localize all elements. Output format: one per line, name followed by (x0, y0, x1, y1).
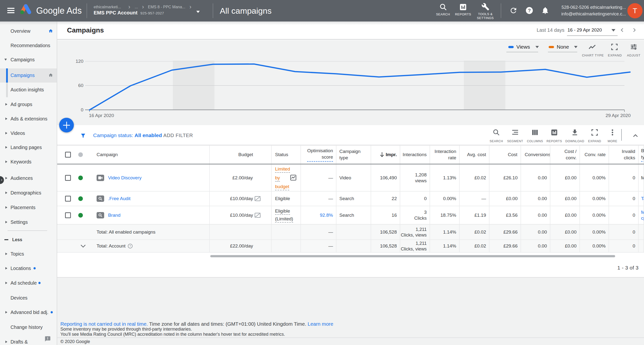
svg-text:29 Apr 2020: 29 Apr 2020 (606, 113, 630, 118)
svg-text:0: 0 (81, 107, 83, 112)
svg-text:?: ? (528, 8, 531, 13)
svg-text:16 Apr 2020: 16 Apr 2020 (89, 113, 114, 118)
svg-text:60: 60 (78, 83, 83, 88)
svg-text:?: ? (129, 245, 131, 248)
svg-text:120: 120 (76, 59, 83, 64)
